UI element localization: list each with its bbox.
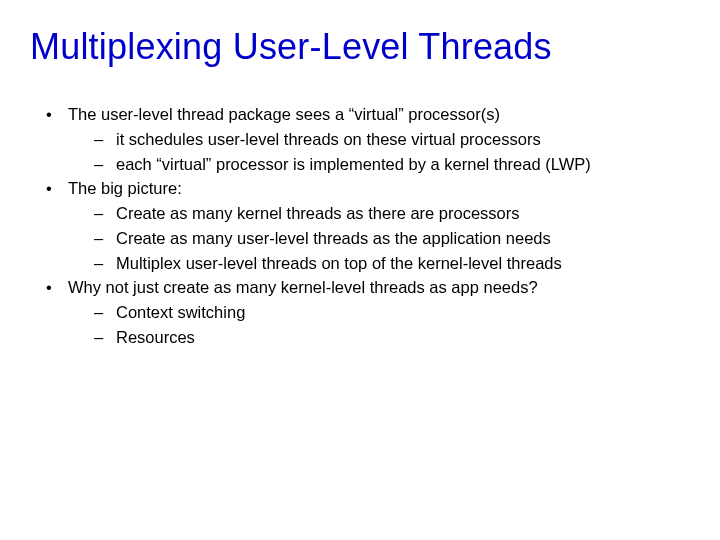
bullet-text: Context switching bbox=[116, 303, 245, 321]
bullet-list: The user-level thread package sees a “vi… bbox=[40, 102, 690, 350]
bullet-text: Resources bbox=[116, 328, 195, 346]
bullet-text: Why not just create as many kernel-level… bbox=[68, 278, 538, 296]
bullet-text: each “virtual” processor is implemented … bbox=[116, 155, 591, 173]
bullet-text: The big picture: bbox=[68, 179, 182, 197]
list-item: The big picture: Create as many kernel t… bbox=[40, 176, 690, 275]
sub-list: Create as many kernel threads as there a… bbox=[88, 201, 690, 275]
bullet-text: The user-level thread package sees a “vi… bbox=[68, 105, 500, 123]
list-item: Create as many user-level threads as the… bbox=[88, 226, 690, 251]
list-item: Context switching bbox=[88, 300, 690, 325]
list-item: Multiplex user-level threads on top of t… bbox=[88, 251, 690, 276]
slide: Multiplexing User-Level Threads The user… bbox=[0, 0, 720, 540]
bullet-text: it schedules user-level threads on these… bbox=[116, 130, 541, 148]
bullet-text: Create as many user-level threads as the… bbox=[116, 229, 551, 247]
bullet-text: Create as many kernel threads as there a… bbox=[116, 204, 520, 222]
list-item: Create as many kernel threads as there a… bbox=[88, 201, 690, 226]
sub-list: it schedules user-level threads on these… bbox=[88, 127, 690, 177]
list-item: each “virtual” processor is implemented … bbox=[88, 152, 690, 177]
list-item: The user-level thread package sees a “vi… bbox=[40, 102, 690, 176]
list-item: it schedules user-level threads on these… bbox=[88, 127, 690, 152]
list-item: Why not just create as many kernel-level… bbox=[40, 275, 690, 349]
bullet-text: Multiplex user-level threads on top of t… bbox=[116, 254, 562, 272]
sub-list: Context switching Resources bbox=[88, 300, 690, 350]
list-item: Resources bbox=[88, 325, 690, 350]
slide-title: Multiplexing User-Level Threads bbox=[30, 26, 690, 68]
